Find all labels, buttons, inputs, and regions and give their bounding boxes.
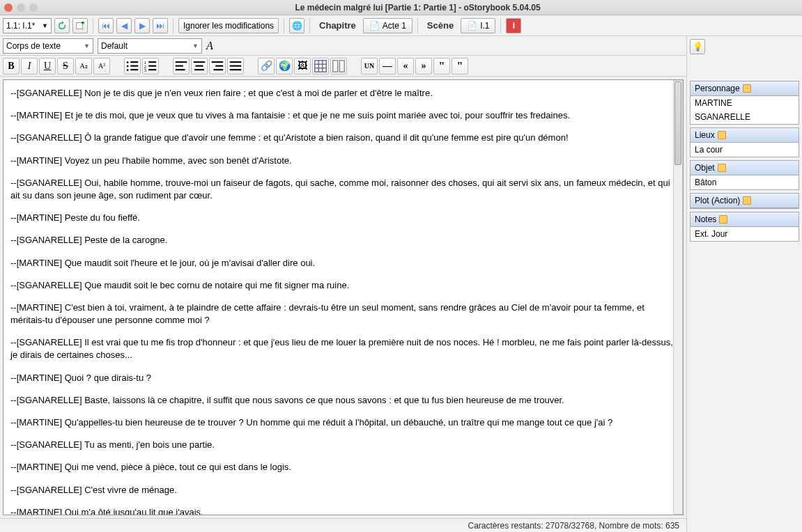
quote-open-button[interactable]: " — [433, 58, 450, 75]
svg-rect-0 — [77, 22, 83, 29]
close-button[interactable] — [4, 3, 13, 12]
nav-first-button[interactable]: ⏮ — [98, 18, 114, 33]
scene-selector[interactable]: 1.1: I.1*▼ — [3, 18, 52, 33]
world-button[interactable]: 🌐 — [289, 18, 304, 33]
scene-label: Scène — [423, 20, 458, 31]
svg-rect-11 — [148, 65, 156, 66]
text-line: --[SGANARELLE] C'est vivre de ménage. — [10, 484, 676, 496]
format-toolbar-1: Corps de texte▼ Default▼ A — [0, 36, 686, 56]
font-combo[interactable]: Default▼ — [98, 38, 202, 54]
personnage-header[interactable]: Personnage — [691, 81, 799, 96]
text-line: --[MARTINE] Qui me vend, pièce à pièce, … — [10, 461, 676, 474]
underline-button[interactable]: U — [39, 58, 56, 75]
svg-rect-26 — [315, 60, 327, 72]
strikethrough-button[interactable]: S — [57, 58, 74, 75]
guillemet-close-button[interactable]: » — [415, 58, 432, 75]
text-line: --[MARTINE] Quoi ? que dirais-tu ? — [10, 372, 676, 384]
svg-rect-22 — [214, 69, 224, 70]
add-button[interactable] — [72, 18, 88, 33]
text-line: --[SGANARELLE] Oui, habile homme, trouve… — [10, 177, 676, 202]
scrollbar-thumb[interactable] — [674, 81, 681, 165]
list-item[interactable]: MARTINE — [691, 96, 799, 110]
edit-icon — [743, 196, 751, 205]
svg-rect-31 — [333, 60, 338, 72]
svg-rect-17 — [194, 61, 206, 63]
edit-icon — [718, 164, 726, 172]
statusbar: Caractères restants: 27078/32768, Nombre… — [0, 518, 686, 532]
svg-rect-18 — [196, 65, 203, 66]
svg-rect-13 — [148, 69, 156, 70]
ignore-changes-button[interactable]: Ignorer les modifications — [178, 18, 279, 33]
paragraph-style-combo[interactable]: Corps de texte▼ — [3, 38, 93, 54]
act-tab[interactable]: 📄Acte 1 — [363, 18, 412, 33]
align-right-button[interactable] — [209, 58, 226, 75]
superscript-button[interactable]: A² — [93, 58, 110, 75]
bold-button[interactable]: B — [3, 58, 20, 75]
refresh-button[interactable] — [54, 18, 70, 33]
svg-rect-15 — [176, 65, 183, 66]
align-justify-button[interactable] — [227, 58, 244, 75]
list-item[interactable]: La cour — [691, 143, 799, 157]
notes-section: Notes Ext. Jour — [690, 212, 799, 242]
text-line: --[SGANARELLE] Baste, laissons là ce cha… — [10, 394, 676, 407]
guillemet-open-button[interactable]: « — [397, 58, 414, 75]
text-line: --[MARTINE] Et je te dis moi, que je veu… — [10, 109, 676, 122]
minimize-button[interactable] — [29, 3, 38, 12]
list-item[interactable]: Ext. Jour — [691, 227, 799, 241]
break-button[interactable] — [330, 58, 347, 75]
quote-close-button[interactable]: " — [452, 58, 468, 75]
window-title: Le médecin malgré lui [Partie 1: Partie … — [38, 3, 798, 13]
svg-rect-21 — [215, 65, 223, 66]
list-bullet-button[interactable] — [124, 58, 141, 75]
dash-button[interactable]: — — [379, 58, 396, 75]
svg-rect-24 — [230, 65, 242, 66]
info-button[interactable]: i — [506, 18, 521, 33]
editor-pane: Corps de texte▼ Default▼ A B I U S A₂ A²… — [0, 36, 687, 532]
list-item[interactable]: SGANARELLE — [691, 110, 799, 124]
table-button[interactable] — [312, 58, 329, 75]
scene-tab[interactable]: 📄I.1 — [461, 18, 495, 33]
edit-icon — [718, 131, 726, 139]
maximize-button[interactable] — [17, 3, 25, 12]
nav-prev-button[interactable]: ◀ — [116, 18, 132, 33]
text-line: --[SGANARELLE] Non je te dis que je n'en… — [10, 87, 676, 100]
text-editor[interactable]: --[SGANARELLE] Non je te dis que je n'en… — [3, 79, 684, 515]
lieux-section: Lieux La cour — [690, 127, 799, 157]
align-left-button[interactable] — [173, 58, 190, 75]
svg-rect-19 — [194, 69, 204, 70]
main-toolbar: 1.1: I.1*▼ ⏮ ◀ ▶ ⏭ Ignorer les modificat… — [0, 15, 802, 36]
svg-point-2 — [127, 61, 129, 63]
svg-rect-3 — [130, 61, 138, 63]
world-link-button[interactable]: 🌍 — [276, 58, 293, 75]
text-line: --[MARTINE] Voyez un peu l'habile homme,… — [10, 155, 676, 167]
lieux-header[interactable]: Lieux — [691, 128, 799, 143]
italic-button[interactable]: I — [21, 58, 38, 75]
side-pane: 💡 Personnage MARTINESGANARELLE Lieux La … — [687, 36, 802, 532]
svg-rect-16 — [176, 69, 185, 70]
unicode-button[interactable]: UN — [361, 58, 378, 75]
plot-header[interactable]: Plot (Action) — [691, 194, 799, 208]
edit-icon — [719, 215, 727, 224]
svg-rect-9 — [148, 61, 156, 63]
link-button[interactable]: 🔗 — [258, 58, 275, 75]
svg-rect-20 — [212, 61, 224, 63]
list-item[interactable]: Bâton — [691, 175, 799, 189]
idea-button[interactable]: 💡 — [690, 39, 705, 54]
subscript-button[interactable]: A₂ — [75, 58, 92, 75]
image-button[interactable]: 🖼 — [294, 58, 311, 75]
text-line: --[MARTINE] Qu'appelles-tu bien heureuse… — [10, 416, 676, 429]
svg-rect-5 — [130, 65, 138, 66]
text-line: --[MARTINE] Que maudit soit l'heure et l… — [10, 257, 676, 269]
align-center-button[interactable] — [191, 58, 208, 75]
personnage-section: Personnage MARTINESGANARELLE — [690, 81, 799, 125]
objet-header[interactable]: Objet — [691, 161, 799, 175]
scrollbar[interactable] — [673, 80, 683, 515]
font-letter-button[interactable]: A — [206, 40, 213, 52]
svg-rect-32 — [339, 60, 344, 72]
nav-next-button[interactable]: ▶ — [134, 18, 150, 33]
notes-header[interactable]: Notes — [691, 212, 799, 227]
text-line: --[MARTINE] Qui m'a ôté jusqu'au lit que… — [10, 506, 676, 515]
list-number-button[interactable]: 123 — [142, 58, 159, 75]
nav-last-button[interactable]: ⏭ — [153, 18, 168, 33]
text-line: --[MARTINE] Peste du fou fieffé. — [10, 212, 676, 224]
